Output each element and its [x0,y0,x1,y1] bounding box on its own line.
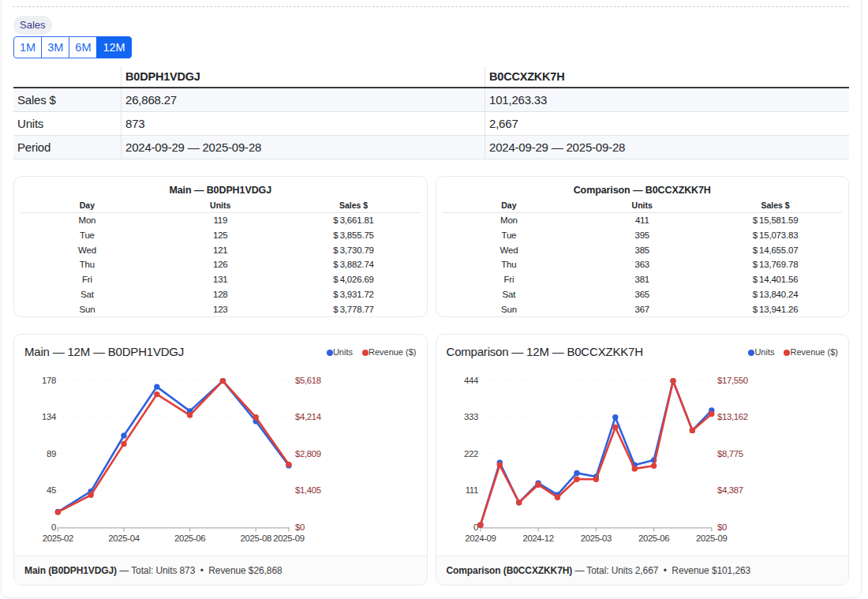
svg-text:$5,618: $5,618 [295,376,321,385]
svg-text:2025-03: 2025-03 [580,533,611,543]
svg-text:2025-08: 2025-08 [241,533,271,543]
svg-text:$13,162: $13,162 [717,412,748,421]
svg-text:2024-12: 2024-12 [522,533,553,543]
svg-text:222: 222 [464,449,478,459]
svg-text:45: 45 [47,485,56,495]
svg-text:2025-06: 2025-06 [174,533,205,543]
svg-text:178: 178 [42,376,56,385]
svg-text:2025-09: 2025-09 [273,533,304,543]
svg-text:$2,809: $2,809 [295,449,321,459]
svg-text:$4,387: $4,387 [717,485,743,495]
svg-text:444: 444 [464,376,478,385]
svg-text:333: 333 [464,412,478,421]
svg-text:134: 134 [42,412,56,421]
svg-text:2025-06: 2025-06 [638,533,668,543]
svg-text:89: 89 [47,449,56,459]
svg-text:2025-02: 2025-02 [43,533,73,543]
svg-text:2024-09: 2024-09 [465,533,496,543]
svg-text:$1,405: $1,405 [295,485,321,495]
svg-text:2025-04: 2025-04 [108,533,139,543]
svg-text:0: 0 [473,522,478,532]
svg-text:0: 0 [51,522,56,532]
svg-text:$17,550: $17,550 [717,376,748,385]
svg-text:111: 111 [465,485,477,495]
svg-text:$8,775: $8,775 [717,449,743,459]
svg-text:2025-09: 2025-09 [696,533,727,543]
svg-text:$0: $0 [295,522,305,532]
svg-text:$4,214: $4,214 [295,412,321,421]
svg-text:$0: $0 [717,522,727,532]
